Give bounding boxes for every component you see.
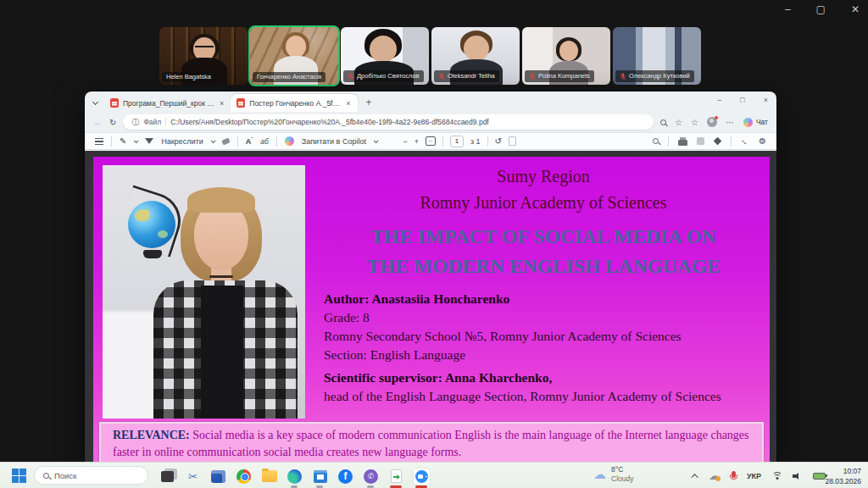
poster-school: Romny Secondary School №5, Romny Junior … [324, 327, 763, 346]
participant-tile[interactable]: Олександр Кутковий [613, 27, 701, 85]
reload-icon[interactable]: ↻ [109, 118, 116, 127]
wifi-icon[interactable] [771, 472, 782, 480]
eraser-icon[interactable] [221, 137, 231, 145]
close-icon[interactable]: ✕ [851, 3, 860, 15]
facebook-icon[interactable]: f [337, 469, 353, 485]
outlook-icon[interactable] [210, 469, 226, 485]
settings-gear-icon[interactable]: ⚙ [759, 136, 766, 146]
page-view-icon[interactable] [509, 136, 516, 146]
new-tab-button[interactable]: + [366, 97, 372, 108]
copilot-dropdown-chevron-icon[interactable] [374, 138, 379, 143]
tab-close-icon[interactable]: × [219, 99, 225, 108]
profile-avatar[interactable] [707, 117, 717, 127]
taskbar-search-input[interactable]: Поиск [34, 466, 148, 485]
fullscreen-icon[interactable]: ↔ [739, 135, 752, 147]
zoom-page-icon[interactable] [660, 119, 666, 125]
time-label: 10:07 [825, 466, 861, 476]
participant-name: Helen Bagatska [166, 74, 211, 80]
read-aloud-icon[interactable]: аб [260, 137, 269, 146]
glasses-icon [195, 46, 214, 51]
rotate-icon[interactable]: ↺ [495, 136, 502, 146]
highlighter-icon[interactable] [145, 138, 153, 144]
divider [442, 136, 443, 147]
fit-to-width-icon[interactable]: ↔ [426, 136, 436, 146]
edge-icon[interactable] [287, 469, 303, 485]
hidden-icons-chevron-icon[interactable] [691, 474, 698, 480]
copilot-chat-label: Чат [756, 118, 768, 126]
page-number-input[interactable]: 1 [450, 136, 464, 147]
file-info-icon[interactable]: ⓘ [131, 117, 139, 128]
poster-title-line: THE MODERN ENGLISH LANGUAGE [324, 252, 763, 281]
document-app-icon[interactable] [388, 469, 404, 485]
app-window-controls: – ▢ ✕ [785, 3, 860, 15]
table-of-contents-icon[interactable] [95, 138, 103, 145]
more-menu-icon[interactable]: ⋯ [726, 118, 735, 127]
muted-mic-icon [438, 73, 445, 80]
pen-dropdown-chevron-icon[interactable] [134, 138, 139, 143]
zoom-in-button[interactable]: + [415, 137, 419, 146]
poster-text-column: Sumy Region Romny Junior Academy of Scie… [324, 164, 763, 406]
microsoft-store-icon[interactable] [312, 469, 328, 485]
back-icon[interactable]: ← [93, 117, 103, 127]
screen: – ▢ ✕ Helen Bagatska Гончаренко Анастасі… [0, 0, 868, 488]
photo-person [201, 286, 243, 419]
zoom-app-icon[interactable] [414, 469, 430, 485]
print-icon[interactable] [678, 140, 687, 146]
add-text-icon[interactable]: Aˆ [246, 136, 253, 146]
ask-copilot-button[interactable]: Запитати в Copilot [302, 137, 366, 146]
maximize-icon[interactable]: □ [740, 96, 744, 104]
weather-condition: Cloudy [611, 474, 633, 484]
volume-icon[interactable] [793, 472, 803, 480]
divider [487, 136, 488, 147]
pdf-viewer[interactable]: Sumy Region Romny Junior Academy of Scie… [85, 151, 776, 462]
favorite-star-icon[interactable]: ☆ [675, 118, 682, 127]
tab-search-chevron-icon[interactable] [92, 99, 98, 105]
microphone-in-use-icon[interactable] [730, 471, 737, 481]
close-icon[interactable]: × [764, 96, 768, 104]
participant-tile-active-speaker[interactable]: Гончаренко Анастасія [250, 27, 338, 85]
search-document-icon[interactable] [653, 138, 659, 144]
clock[interactable]: 10:07 28.03.2026 [825, 466, 861, 487]
participant-tile[interactable]: Polina Kompanets [522, 27, 610, 85]
zoom-out-button[interactable]: − [403, 137, 407, 146]
muted-mic-icon [348, 73, 354, 80]
minimize-icon[interactable]: – [785, 3, 791, 15]
weather-widget[interactable]: ☁ 8°C Cloudy [593, 465, 633, 484]
participant-video [286, 36, 306, 58]
start-button[interactable] [12, 469, 26, 483]
snipping-tool-icon[interactable]: ✂ [185, 469, 201, 485]
participant-tile[interactable]: Helen Bagatska [159, 27, 248, 85]
save-as-icon[interactable] [713, 136, 721, 145]
pen-icon[interactable]: ✎ [120, 136, 126, 146]
pdf-favicon [236, 98, 245, 108]
participant-video [370, 36, 397, 63]
draw-label[interactable]: Накреслити [161, 137, 203, 146]
tab-close-icon[interactable]: × [345, 99, 351, 108]
task-view-button[interactable] [159, 469, 175, 485]
onedrive-icon[interactable]: ☁ [709, 469, 720, 482]
chrome-icon[interactable] [236, 469, 252, 485]
participant-name: Oleksandr Teliha [448, 73, 495, 80]
search-placeholder: Поиск [54, 471, 76, 480]
participant-tile[interactable]: Oleksandr Teliha [431, 27, 520, 85]
participant-tile[interactable]: Дробітько Святослав [341, 27, 429, 85]
divider [111, 136, 112, 147]
save-icon[interactable] [697, 137, 704, 145]
cloud-icon: ☁ [593, 467, 606, 482]
viber-icon[interactable]: ✆ [363, 469, 379, 485]
address-bar[interactable]: ⓘ Файл C:/Users/Аня/Desktop/Постер%20Гон… [123, 114, 654, 130]
participant-name-badge: Дробітько Святослав [343, 70, 424, 82]
copilot-chat-button[interactable]: Чат [743, 118, 768, 127]
muted-mic-icon [529, 73, 536, 80]
collections-star-icon[interactable]: ☆ [691, 118, 698, 127]
divider [165, 118, 166, 126]
file-explorer-icon[interactable] [261, 469, 277, 485]
tab-poster-active[interactable]: Постер Гончаренко А._5fb4e40e × [231, 94, 357, 112]
minimize-icon[interactable]: – [717, 96, 721, 104]
language-indicator[interactable]: УКР [747, 472, 761, 480]
tab-program[interactable]: Програма_Перший_крок у_наук × [104, 94, 231, 112]
battery-icon[interactable] [813, 473, 826, 480]
draw-dropdown-chevron-icon[interactable] [211, 138, 216, 143]
maximize-icon[interactable]: ▢ [816, 3, 826, 15]
relevance-box: RELEVANCE: Social media is a key space o… [99, 422, 764, 462]
